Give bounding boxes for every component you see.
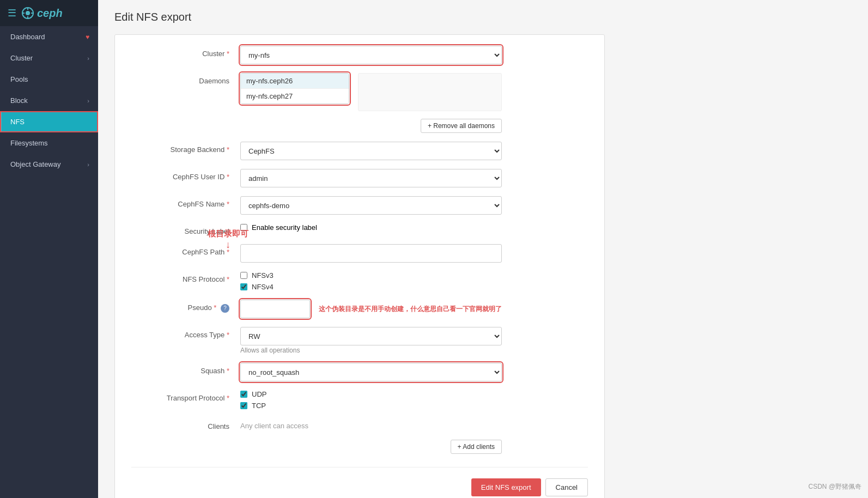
pseudo-row: Pseudo * ? /nfsdemo 这个伪装目录是不用手动创建，什么意思自己…: [131, 300, 588, 318]
sidebar-item-block[interactable]: Block ›: [0, 90, 98, 111]
daemons-list[interactable]: my-nfs.ceph26 my-nfs.ceph27: [240, 73, 349, 104]
form-bottom: Edit NFS export Cancel: [131, 467, 588, 496]
pseudo-input[interactable]: /nfsdemo: [240, 300, 310, 318]
daemon-item-0[interactable]: my-nfs.ceph26: [241, 74, 349, 89]
cephfs-user-id-label: CephFS User ID *: [131, 169, 240, 181]
ceph-logo-icon: [22, 7, 34, 19]
squash-label: Squash *: [131, 363, 240, 375]
nfsv3-checkbox[interactable]: [240, 272, 247, 279]
tcp-option: TCP: [240, 402, 502, 410]
pseudo-help-icon[interactable]: ?: [221, 304, 229, 313]
chevron-right-icon: ›: [87, 98, 89, 104]
udp-checkbox[interactable]: [240, 391, 247, 398]
storage-backend-row: Storage Backend * CephFS: [131, 142, 588, 160]
daemons-row: Daemons my-nfs.ceph26 my-nfs.ceph27 + Re…: [131, 73, 588, 133]
sidebar-item-filesystems[interactable]: Filesystems: [0, 132, 98, 154]
path-annotation: 根目录即可 ↓: [208, 229, 248, 251]
pseudo-label: Pseudo * ?: [131, 300, 240, 313]
tcp-checkbox[interactable]: [240, 402, 247, 409]
cephfs-user-id-row: CephFS User ID * admin: [131, 169, 588, 187]
cluster-select[interactable]: my-nfs: [240, 46, 502, 64]
access-type-select[interactable]: RW: [240, 327, 502, 345]
cancel-button[interactable]: Cancel: [545, 478, 588, 496]
squash-row: Squash * no_root_squash: [131, 363, 588, 381]
udp-option: UDP: [240, 390, 502, 398]
clients-row: Clients Any client can access + Add clie…: [131, 418, 588, 454]
cephfs-path-row: CephFS Path * 根目录即可 ↓ /: [131, 244, 588, 263]
hamburger-icon[interactable]: ☰: [8, 7, 16, 19]
cluster-label: Cluster *: [131, 46, 240, 58]
main-content: Edit NFS export Cluster * my-nfs Daemons…: [98, 0, 868, 498]
cephfs-name-select[interactable]: cephfs-demo: [240, 196, 502, 215]
cephfs-name-label: CephFS Name *: [131, 196, 240, 208]
submit-button[interactable]: Edit NFS export: [471, 478, 541, 496]
cephfs-path-input[interactable]: /: [240, 244, 502, 263]
sidebar-item-cluster[interactable]: Cluster ›: [0, 47, 98, 69]
access-type-hint: Allows all operations: [240, 347, 502, 354]
sidebar-navigation: Dashboard ♥ Cluster › Pools Block › NFS …: [0, 26, 98, 498]
form-card: Cluster * my-nfs Daemons my-nfs.ceph26 m…: [114, 34, 605, 498]
cluster-row: Cluster * my-nfs: [131, 46, 588, 64]
chevron-right-icon: ›: [87, 161, 89, 168]
cephfs-user-id-select[interactable]: admin: [240, 169, 502, 187]
svg-point-1: [26, 11, 30, 15]
storage-backend-label: Storage Backend *: [131, 142, 240, 154]
access-type-row: Access Type * RW Allows all operations: [131, 327, 588, 354]
nfsv4-option: NFSv4: [240, 283, 502, 291]
transport-protocol-row: Transport Protocol * UDP TCP: [131, 390, 588, 410]
pseudo-annotation: 这个伪装目录是不用手动创建，什么意思自己看一下官网就明了: [319, 305, 502, 314]
path-arrow-icon: ↓: [226, 239, 230, 251]
ceph-logo-text: ceph: [37, 7, 63, 20]
daemon-item-1[interactable]: my-nfs.ceph27: [241, 89, 349, 104]
chevron-right-icon: ›: [87, 55, 89, 62]
clients-placeholder-text: Any client can access: [240, 418, 502, 433]
nfs-protocol-label: NFS Protocol *: [131, 271, 240, 283]
security-label-row: Security Label Enable security label: [131, 223, 588, 235]
storage-backend-select[interactable]: CephFS: [240, 142, 502, 160]
page-title: Edit NFS export: [114, 11, 852, 23]
cephfs-name-row: CephFS Name * cephfs-demo: [131, 196, 588, 215]
ceph-logo: ceph: [22, 7, 63, 20]
csdn-watermark: CSDN @野猪佩奇: [808, 482, 861, 491]
nfsv3-option: NFSv3: [240, 271, 502, 280]
access-type-label: Access Type *: [131, 327, 240, 339]
heart-icon: ♥: [86, 33, 89, 41]
sidebar-item-object-gateway[interactable]: Object Gateway ›: [0, 154, 98, 175]
daemons-placeholder: [358, 73, 502, 111]
daemons-label: Daemons: [131, 73, 240, 85]
nfsv4-checkbox[interactable]: [240, 283, 247, 290]
sidebar: ☰ ceph Dashboard ♥ Cluster › Pools Bloc: [0, 0, 98, 498]
sidebar-item-nfs[interactable]: NFS: [0, 111, 98, 132]
sidebar-header: ☰ ceph: [0, 0, 98, 26]
clients-label: Clients: [131, 418, 240, 430]
sidebar-item-dashboard[interactable]: Dashboard ♥: [0, 26, 98, 47]
sidebar-item-pools[interactable]: Pools: [0, 69, 98, 90]
add-clients-button[interactable]: + Add clients: [451, 440, 502, 454]
nfs-protocol-row: NFS Protocol * NFSv3 NFSv4: [131, 271, 588, 291]
transport-protocol-label: Transport Protocol *: [131, 390, 240, 402]
squash-select[interactable]: no_root_squash: [240, 363, 502, 381]
remove-daemons-button[interactable]: + Remove all daemons: [421, 119, 502, 133]
